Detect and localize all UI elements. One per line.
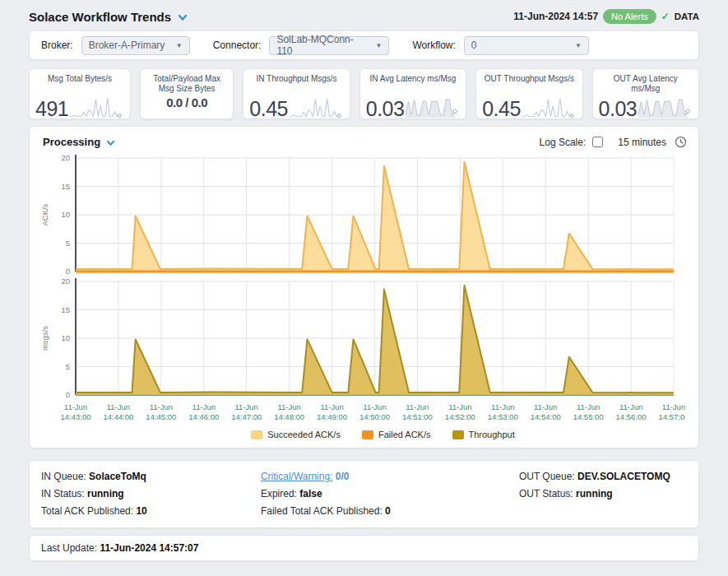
out-status-value: running (576, 488, 613, 499)
header-timestamp: 11-Jun-2024 14:57 (513, 11, 598, 22)
svg-text:15: 15 (61, 305, 70, 314)
last-update-panel: Last Update: 11-Jun-2024 14:57:07 (29, 535, 699, 561)
legend-label: Throughput (469, 430, 515, 439)
details-col-out: OUT Queue: DEV.SOLACETOMQ OUT Status: ru… (519, 468, 687, 520)
svg-text:20: 20 (61, 153, 70, 162)
svg-text:msgs/s: msgs/s (40, 326, 49, 351)
workflow-select[interactable]: 0 ▼ (464, 36, 589, 55)
log-scale-label: Log Scale: (540, 137, 587, 148)
sparkline-chart (404, 93, 460, 119)
legend-label: Failed ACK/s (378, 430, 431, 439)
chevron-down-icon: ▼ (575, 42, 582, 49)
out-queue-label: OUT Queue: (519, 471, 575, 482)
svg-text:0: 0 (66, 267, 70, 276)
last-update-value: 11-Jun-2024 14:57:07 (100, 542, 198, 554)
svg-text:10: 10 (61, 333, 70, 342)
log-scale-checkbox[interactable] (592, 137, 603, 147)
svg-text:0: 0 (66, 390, 70, 399)
svg-text:11-Jun14:48:00: 11-Jun14:48:00 (274, 402, 304, 421)
out-status-label: OUT Status: (519, 488, 573, 499)
metric-label: Msg Total Bytes/s (35, 74, 124, 93)
out-queue-value: DEV.SOLACETOMQ (577, 471, 670, 482)
metric-card-msg-total-bytes: Msg Total Bytes/s 491 (29, 68, 131, 119)
last-update-label: Last Update: (41, 542, 97, 554)
in-queue-value: SolaceToMq (89, 471, 146, 482)
in-status-value: running (87, 488, 124, 499)
filter-bar: Broker: Broker-A-Primary ▼ Connector: So… (29, 30, 699, 60)
in-status-label: IN Status: (41, 488, 85, 499)
clock-icon[interactable] (675, 136, 687, 148)
total-ack-published-value: 10 (136, 505, 146, 517)
svg-text:11-Jun14:53:00: 11-Jun14:53:00 (488, 402, 518, 421)
processing-title: Processing (43, 136, 100, 148)
page-title: Solace Workflow Trends (29, 10, 171, 24)
metric-label: OUT Throughput Msgs/s (482, 74, 576, 93)
legend-item[interactable]: Failed ACK/s (362, 430, 431, 439)
svg-text:11-Jun14:55:00: 11-Jun14:55:00 (573, 402, 604, 421)
time-axis: 11-Jun14:43:0011-Jun14:44:0011-Jun14:45:… (38, 400, 685, 428)
broker-select-value: Broker-A-Primary (89, 39, 165, 51)
critical-warning-value: 0/0 (336, 471, 350, 482)
processing-dropdown-chevron-icon[interactable] (106, 140, 115, 146)
connector-select-value: SolLab-MQConn-110 (276, 34, 369, 57)
title-dropdown-chevron-icon[interactable] (178, 14, 188, 21)
legend-swatch (452, 430, 464, 439)
svg-text:11-Jun14:45:00: 11-Jun14:45:00 (146, 402, 176, 421)
metric-value: 491 (35, 100, 68, 119)
ack-per-sec-chart: 05101520ACK/s (38, 153, 685, 276)
processing-panel: Processing Log Scale: 15 minutes 0510152… (29, 126, 699, 448)
metric-card-in-avg-latency: IN Avg Latency ms/Msg 0.03 (359, 68, 466, 119)
failed-total-ack-label: Failed Total ACK Published: (261, 505, 383, 517)
metric-value: 0.03 (366, 100, 405, 119)
svg-text:11-Jun14:54:00: 11-Jun14:54:00 (531, 402, 561, 421)
sparkline-chart (68, 93, 124, 119)
legend-item[interactable]: Throughput (452, 430, 515, 439)
broker-label: Broker: (41, 39, 73, 51)
data-check-icon: ✓ (661, 11, 670, 22)
metric-label: IN Avg Latency ms/Msg (366, 74, 460, 93)
metric-label: IN Throughput Msgs/s (249, 74, 343, 93)
svg-text:15: 15 (61, 182, 70, 191)
svg-text:11-Jun14:51:00: 11-Jun14:51:00 (402, 402, 433, 421)
total-ack-published-label: Total ACK Published: (41, 505, 133, 517)
chart-legend: Succeeded ACK/sFailed ACK/sThroughput (76, 430, 690, 439)
msgs-per-sec-chart: 05101520msgs/s (38, 276, 685, 400)
workflow-select-value: 0 (471, 39, 477, 51)
critical-warning-link[interactable]: Critical/Warning: (261, 471, 333, 482)
broker-select[interactable]: Broker-A-Primary ▼ (81, 36, 190, 55)
sparkline-chart (637, 93, 693, 119)
metric-card-max-msg-size: Total/Payload Max Msg Size Bytes 0.0 / 0… (140, 68, 234, 119)
svg-text:20: 20 (61, 276, 70, 286)
metric-value: 0.03 (599, 100, 638, 119)
sparkline-chart (288, 93, 344, 119)
svg-text:11-Jun14:46:00: 11-Jun14:46:00 (188, 402, 219, 421)
legend-swatch (251, 430, 262, 439)
svg-text:ACK/s: ACK/s (40, 203, 49, 225)
svg-text:11-Jun14:52:00: 11-Jun14:52:00 (445, 402, 475, 421)
legend-swatch (362, 430, 373, 439)
metric-label: OUT Avg Latency ms/Msg (599, 74, 693, 93)
legend-label: Succeeded ACK/s (267, 430, 341, 439)
svg-text:11-Jun14:43:00: 11-Jun14:43:00 (61, 402, 91, 421)
metric-value: 0.45 (249, 100, 288, 119)
legend-item[interactable]: Succeeded ACK/s (251, 430, 341, 439)
svg-text:11-Jun14:57:00: 11-Jun14:57:00 (659, 402, 685, 421)
metric-cards-row: Msg Total Bytes/s 491 Total/Payload Max … (29, 68, 699, 119)
dashboard-page: Solace Workflow Trends 11-Jun-2024 14:57… (0, 0, 728, 561)
metric-label: Total/Payload Max Msg Size Bytes (146, 74, 227, 93)
metric-card-out-avg-latency: OUT Avg Latency ms/Msg 0.03 (592, 68, 699, 119)
details-col-in: IN Queue: SolaceToMq IN Status: running … (41, 468, 261, 520)
svg-text:11-Jun14:56:00: 11-Jun14:56:00 (616, 402, 647, 421)
time-range-label: 15 minutes (618, 137, 666, 148)
svg-text:11-Jun14:44:00: 11-Jun14:44:00 (103, 402, 133, 421)
metric-value: 0.0 / 0.0 (146, 97, 227, 109)
chevron-down-icon: ▼ (176, 42, 183, 49)
connector-select[interactable]: SolLab-MQConn-110 ▼ (269, 36, 389, 55)
svg-text:5: 5 (66, 362, 70, 371)
svg-text:11-Jun14:50:00: 11-Jun14:50:00 (359, 402, 390, 421)
details-col-mid: Critical/Warning: 0/0 Expired: false Fai… (261, 468, 519, 520)
metric-value: 0.45 (482, 100, 521, 119)
metric-card-out-throughput: OUT Throughput Msgs/s 0.45 (475, 68, 582, 119)
workflow-label: Workflow: (412, 39, 455, 51)
sparkline-chart (521, 93, 577, 119)
